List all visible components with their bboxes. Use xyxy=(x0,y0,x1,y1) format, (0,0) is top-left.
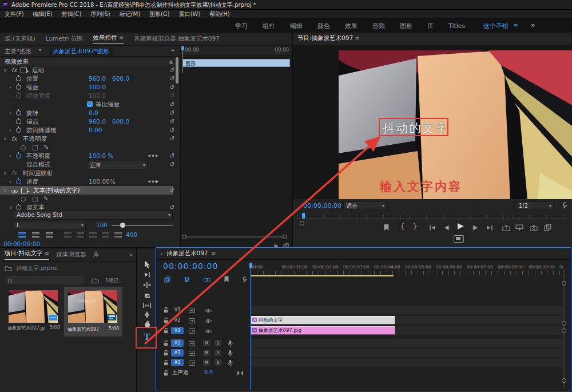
workspace-tab[interactable]: 音频 xyxy=(365,22,392,30)
reset-icon[interactable]: ↺ xyxy=(169,126,174,134)
twirl-icon[interactable]: › xyxy=(9,109,11,117)
lock-icon[interactable] xyxy=(163,327,169,334)
twirl-icon[interactable]: › xyxy=(9,126,11,134)
add-marker-icon[interactable] xyxy=(224,275,229,283)
fx-icon[interactable]: fx xyxy=(11,66,17,74)
playhead-marker[interactable] xyxy=(181,46,184,50)
prev-keyframe-icon[interactable]: ◀ xyxy=(148,153,152,158)
lock-icon[interactable] xyxy=(163,306,169,314)
lock-icon[interactable] xyxy=(163,369,169,377)
voiceover-mic-icon[interactable] xyxy=(227,349,233,357)
workspace-tab[interactable]: 学习 xyxy=(228,22,255,30)
reset-icon[interactable]: ↺ xyxy=(169,83,174,92)
master-clip-label[interactable]: 主要*图形 xyxy=(5,47,31,56)
stopwatch-icon[interactable] xyxy=(16,110,21,116)
timeline-vscrollbar[interactable] xyxy=(563,268,565,389)
twirl-icon[interactable]: ∨ xyxy=(3,186,7,195)
master-track-label[interactable]: 主声道 xyxy=(172,369,189,377)
workspace-tab[interactable]: 编辑 xyxy=(283,22,310,30)
effect-label[interactable]: 不透明度 xyxy=(23,134,47,143)
add-keyframe-icon[interactable]: ◆ xyxy=(152,179,156,184)
play-button[interactable]: ▶ xyxy=(458,221,464,230)
menu-item[interactable]: 文件(F) xyxy=(5,10,24,18)
mark-in-icon[interactable]: { xyxy=(400,223,405,231)
track-label-targeted[interactable]: V1 xyxy=(171,327,184,334)
pen-tool[interactable] xyxy=(142,311,152,320)
keyframe-nav[interactable]: ◀◆▶ xyxy=(148,177,160,186)
playback-resolution-select[interactable]: 1/2 ▾ xyxy=(516,201,554,210)
keyframe-hscroll-track[interactable] xyxy=(184,236,285,238)
sync-lock-icon[interactable] xyxy=(188,339,196,347)
effect-controls-timecode[interactable]: 00:00:00:00 xyxy=(3,240,40,247)
track-select-forward-tool[interactable] xyxy=(142,271,152,280)
workspace-overflow-icon[interactable]: » xyxy=(531,21,535,29)
reset-icon[interactable]: ↺ xyxy=(169,109,174,117)
value-x[interactable]: 960.0 xyxy=(89,74,106,83)
sync-lock-icon[interactable] xyxy=(188,316,196,324)
hscroll-handle-left[interactable] xyxy=(182,235,186,239)
settings-wrench-icon[interactable] xyxy=(561,201,567,209)
item-name[interactable]: 抽象派艺术097 xyxy=(67,326,99,332)
justify-icon-4[interactable] xyxy=(102,232,109,237)
playhead-head[interactable] xyxy=(249,263,252,268)
stopwatch-icon[interactable] xyxy=(16,128,21,133)
font-size-value[interactable]: 100 xyxy=(96,221,108,228)
snap-magnet-icon[interactable] xyxy=(184,275,190,283)
track-label[interactable]: V3 xyxy=(171,306,184,314)
sync-lock-icon[interactable] xyxy=(188,349,196,357)
timeline-timecode[interactable]: 00:00:00:00 xyxy=(163,262,218,271)
effect-label[interactable]: 文本(抖动的文字) xyxy=(33,186,80,195)
rect-mask-icon[interactable]: □ xyxy=(32,143,38,152)
a2-lane[interactable] xyxy=(251,349,563,357)
stopwatch-icon[interactable] xyxy=(16,119,21,124)
writable-indicator-icon[interactable] xyxy=(92,276,99,284)
checkbox-checked[interactable]: ✓ xyxy=(87,101,93,107)
solo-button[interactable]: S xyxy=(214,350,221,356)
align-left-icon[interactable] xyxy=(18,232,26,237)
effect-label[interactable]: 时间重映射 xyxy=(23,169,53,177)
reset-icon[interactable]: ↺ xyxy=(169,117,174,126)
justify-icon-2[interactable] xyxy=(77,232,84,237)
value-y[interactable]: 600.0 xyxy=(112,74,129,83)
panel-menu-icon[interactable]: ≡ xyxy=(355,35,359,41)
search-box[interactable] xyxy=(5,276,85,284)
panel-menu-icon[interactable]: ≡ xyxy=(211,250,216,256)
font-family-select[interactable]: Adobe Song Std ▾ xyxy=(14,211,173,220)
justify-icon-3[interactable] xyxy=(89,232,97,237)
value[interactable]: 0.00 xyxy=(89,126,102,134)
value[interactable]: 100.00% xyxy=(89,177,116,186)
twirl-icon[interactable]: ∨ xyxy=(3,134,7,143)
track-label-targeted[interactable]: A2 xyxy=(171,349,184,357)
effect-row-text-selected[interactable]: ∨ 文本(抖动的文字) ↺ xyxy=(0,186,176,195)
project-item-jpg[interactable]: ••• 抽象派艺术097.jpg 5:00 xyxy=(7,288,60,335)
vscroll-handle-4[interactable] xyxy=(562,378,566,383)
v3-lane[interactable] xyxy=(251,306,563,314)
vscroll-handle-1[interactable] xyxy=(562,281,566,286)
tab-project[interactable]: 项目:抖动文字 ≡ xyxy=(5,250,49,260)
add-keyframe-icon[interactable]: ◆ xyxy=(152,153,156,158)
tab-audio-mixer[interactable]: 音频剪辑混合器:抽象派艺术097 xyxy=(134,35,220,43)
reset-icon[interactable]: ↺ xyxy=(169,74,174,83)
prev-keyframe-icon[interactable]: ◀ xyxy=(148,179,152,184)
workspace-tab[interactable]: 图形 xyxy=(392,22,420,30)
reset-icon[interactable]: ↺ xyxy=(169,152,174,160)
export-frame-icon[interactable] xyxy=(530,224,538,231)
tab-lumetri-scopes[interactable]: Lumetri 范围 xyxy=(46,35,83,43)
value[interactable]: 100.0 xyxy=(89,83,106,92)
reset-icon[interactable]: ↺ xyxy=(169,66,174,74)
mute-button[interactable]: M xyxy=(203,340,210,346)
menu-item[interactable]: 编辑(E) xyxy=(33,10,53,18)
menu-item[interactable]: 序列(S) xyxy=(90,10,110,18)
monitor-scrubber[interactable] xyxy=(297,215,569,219)
font-style-select[interactable]: L ▾ xyxy=(14,221,86,230)
panel-menu-icon[interactable]: ≡ xyxy=(45,250,49,256)
collapse-icon[interactable]: ▲ xyxy=(169,57,173,66)
a1-lane[interactable] xyxy=(251,339,563,347)
menu-item[interactable]: 标记(M) xyxy=(120,10,140,18)
selection-tool[interactable] xyxy=(142,260,152,269)
fx-icon[interactable]: fx xyxy=(11,134,17,143)
workspace-tab[interactable]: Titles xyxy=(441,22,472,30)
show-keyframes-icon[interactable] xyxy=(236,369,244,377)
menu-item[interactable]: 剪辑(C) xyxy=(62,10,82,18)
stopwatch-icon[interactable] xyxy=(16,76,21,81)
